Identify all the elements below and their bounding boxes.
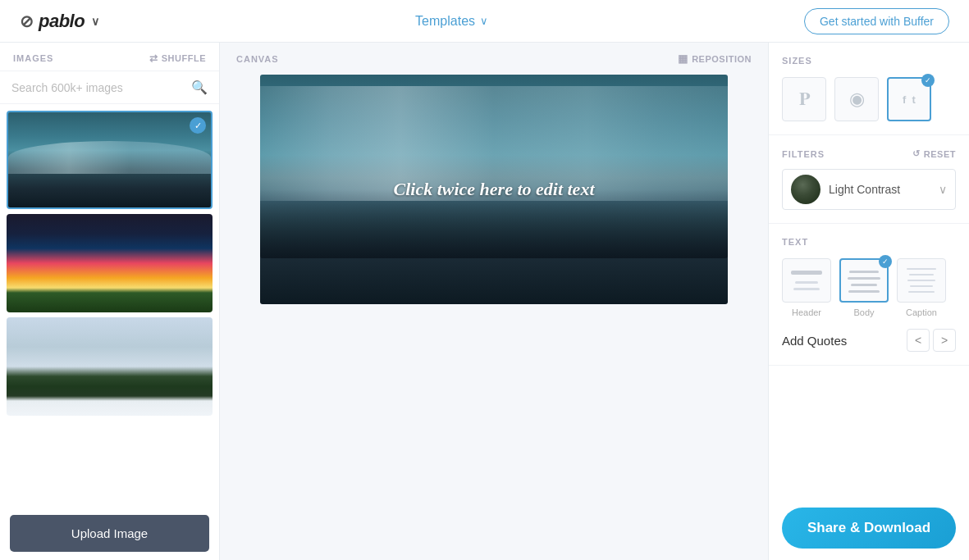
text-style-body-box: ✓ <box>839 258 889 303</box>
pinterest-icon: 𝐏 <box>799 89 810 110</box>
reposition-label: REPOSITION <box>692 54 752 64</box>
text-style-caption-label: Caption <box>906 307 937 317</box>
header: ⊘ pablo ∨ Templates ∨ Get started with B… <box>0 0 969 43</box>
reset-label: RESET <box>924 149 956 159</box>
left-sidebar: IMAGES ⇄ SHUFFLE Search 600k+ images 🔍 ✓… <box>0 43 220 560</box>
filters-section: FILTERS ↺ RESET Light Contrast ∨ <box>769 135 969 224</box>
quotes-next-button[interactable]: > <box>933 329 956 352</box>
templates-label: Templates <box>415 14 475 29</box>
selected-check-badge: ✓ <box>190 117 206 134</box>
shuffle-button[interactable]: ⇄ SHUFFLE <box>149 52 206 64</box>
text-style-caption-box <box>897 258 946 303</box>
filter-select-dropdown[interactable]: Light Contrast ∨ <box>782 169 956 210</box>
shuffle-label: SHUFFLE <box>162 53 206 63</box>
text-style-body[interactable]: ✓ Body <box>839 258 889 317</box>
filters-title: FILTERS <box>782 149 825 159</box>
sizes-title: SIZES <box>782 56 956 66</box>
images-title: IMAGES <box>13 53 53 63</box>
text-style-header-label: Header <box>792 307 821 317</box>
templates-nav[interactable]: Templates ∨ <box>415 14 488 29</box>
image-sunset[interactable] <box>7 214 213 312</box>
get-started-button[interactable]: Get started with Buffer <box>804 8 949 34</box>
filter-reset-button[interactable]: ↺ RESET <box>912 148 956 159</box>
add-quotes-row: Add Quotes < > <box>782 329 956 352</box>
quotes-nav: < > <box>907 329 956 352</box>
filter-name: Light Contrast <box>829 183 930 196</box>
filter-preview-thumbnail <box>791 175 820 204</box>
quotes-prev-button[interactable]: < <box>907 329 930 352</box>
size-instagram[interactable]: ◉ <box>834 77 879 121</box>
text-style-caption[interactable]: Caption <box>897 258 946 317</box>
reposition-icon: ▦ <box>678 52 688 65</box>
logo-chevron-icon: ∨ <box>91 15 99 28</box>
text-styles-grid: Header ✓ Body <box>782 258 956 317</box>
shuffle-icon: ⇄ <box>149 52 158 64</box>
filters-header: FILTERS ↺ RESET <box>782 148 956 159</box>
text-style-header[interactable]: Header <box>782 258 831 317</box>
image-snow[interactable] <box>7 317 213 416</box>
sidebar-header: IMAGES ⇄ SHUFFLE <box>0 43 219 71</box>
search-bar[interactable]: Search 600k+ images 🔍 <box>0 71 219 104</box>
text-title: TEXT <box>782 237 956 247</box>
text-section: TEXT Header ✓ <box>769 224 969 366</box>
canvas-toolbar: CANVAS ▦ REPOSITION <box>220 43 768 75</box>
logo-icon: ⊘ <box>20 11 34 31</box>
reset-circle-icon: ↺ <box>912 148 921 159</box>
reposition-button[interactable]: ▦ REPOSITION <box>678 52 752 65</box>
upload-image-button[interactable]: Upload Image <box>10 515 209 552</box>
text-style-body-label: Body <box>853 307 874 317</box>
size-pinterest[interactable]: 𝐏 <box>782 77 826 121</box>
right-sidebar: SIZES 𝐏 ◉ ✓ f t FILTERS ↺ RESE <box>768 43 969 560</box>
filter-chevron-icon: ∨ <box>939 183 947 196</box>
search-icon[interactable]: 🔍 <box>191 80 208 95</box>
sizes-grid: 𝐏 ◉ ✓ f t <box>782 77 956 121</box>
templates-chevron-icon: ∨ <box>480 15 488 27</box>
images-grid: ✓ <box>0 104 219 507</box>
instagram-icon: ◉ <box>849 89 865 110</box>
add-quotes-label: Add Quotes <box>782 334 847 348</box>
sizes-section: SIZES 𝐏 ◉ ✓ f t <box>769 43 969 135</box>
text-style-header-box <box>782 258 831 303</box>
canvas-area: CANVAS ▦ REPOSITION Click twice here to … <box>220 43 768 560</box>
main-layout: IMAGES ⇄ SHUFFLE Search 600k+ images 🔍 ✓… <box>0 43 969 560</box>
canvas-wrapper: Click twice here to edit text <box>220 75 768 560</box>
share-download-button[interactable]: Share & Download <box>782 508 956 549</box>
image-ocean[interactable]: ✓ <box>7 111 213 209</box>
canvas-label: CANVAS <box>236 54 279 64</box>
size-check-badge: ✓ <box>921 74 935 87</box>
share-section: Share & Download <box>769 496 969 560</box>
size-facebook-twitter[interactable]: ✓ f t <box>887 77 931 121</box>
logo-text: pablo <box>39 11 85 32</box>
text-style-check-badge: ✓ <box>879 255 892 268</box>
canvas-edit-text[interactable]: Click twice here to edit text <box>393 179 594 200</box>
search-placeholder-text: Search 600k+ images <box>11 81 123 94</box>
facebook-twitter-icon: f t <box>903 93 916 106</box>
canvas-image[interactable]: Click twice here to edit text <box>260 75 728 304</box>
logo[interactable]: ⊘ pablo ∨ <box>20 11 99 32</box>
